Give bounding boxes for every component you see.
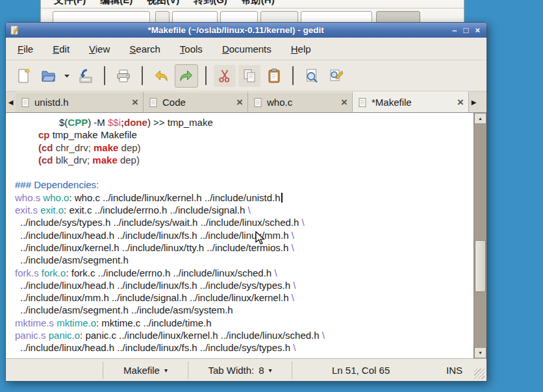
background-menu-item-3[interactable]: 转到(G) (194, 0, 227, 6)
background-menu-item-0[interactable]: 文件(F) (54, 0, 86, 6)
tab-unistd.h[interactable]: unistd.h× (16, 92, 144, 112)
tab-scroll-left-icon[interactable]: ◀ (6, 92, 16, 112)
scroll-down-icon[interactable]: ▼ (474, 347, 486, 358)
code-line: ../include/linux/head.h ../include/linux… (15, 229, 474, 241)
scrollbar-thumb[interactable] (475, 240, 486, 292)
document-icon (148, 97, 158, 108)
insert-mode-indicator: INS (446, 365, 462, 376)
tab-label: who.c (267, 97, 337, 108)
tab-close-icon[interactable]: × (457, 97, 464, 108)
statusbar: Makefile ▾ Tab Width: 8 ▾ Ln 51, Col 65 … (6, 358, 486, 381)
cut-icon (217, 68, 233, 84)
toolbar-separator (205, 66, 207, 85)
tab-strip: unistd.h×Code×who.c×*Makefile× (16, 92, 469, 112)
save-icon (78, 68, 94, 84)
print-button[interactable] (112, 65, 134, 87)
language-selector[interactable]: Makefile ▾ (103, 361, 188, 379)
toolbar (6, 60, 486, 92)
tab-close-icon[interactable]: × (341, 97, 347, 108)
menu-tools[interactable]: Tools (180, 43, 203, 55)
background-menu-item-2[interactable]: 视图(V) (147, 0, 179, 6)
menu-edit[interactable]: Edit (53, 43, 69, 55)
code-line: (cd chr_drv; make dep) (15, 141, 474, 154)
editor-area: $(CPP) -M $$i;done) >> tmp_makecp tmp_ma… (6, 112, 486, 358)
tab-close-icon[interactable]: × (236, 97, 243, 108)
background-menu-item-1[interactable]: 编辑(E) (100, 0, 133, 6)
code-line: cp tmp_make Makefile (15, 129, 474, 141)
undo-button[interactable] (150, 65, 172, 87)
code-line: exit.s exit.o: exit.c ../include/errno.h… (15, 204, 474, 216)
dropdown-icon: ▾ (269, 367, 272, 374)
redo-icon (179, 68, 194, 84)
new-document-button[interactable] (12, 65, 34, 87)
menu-documents[interactable]: Documents (222, 43, 272, 55)
titlebar[interactable]: *Makefile (~/oslab/linux-0.11/kernel) - … (6, 23, 486, 38)
code-line: panic.s panic.o: panic.c ../include/linu… (15, 329, 474, 341)
cut-button[interactable] (214, 65, 236, 87)
tab-makefile[interactable]: *Makefile× (353, 92, 469, 112)
code-line: $(CPP) -M $$i;done) >> tmp_make (15, 116, 474, 129)
tab-scroll-right-icon[interactable]: ▶ (469, 92, 479, 112)
paste-button[interactable] (263, 65, 285, 87)
undo-icon (153, 68, 169, 84)
menubar: FileEditViewSearchToolsDocumentsHelp (6, 38, 486, 60)
minimize-button[interactable]: – (452, 26, 457, 34)
document-icon (20, 97, 31, 108)
tab-width-selector[interactable]: Tab Width: 8 ▾ (188, 361, 292, 379)
code-line: ../include/asm/segment.h ../include/asm/… (15, 304, 474, 316)
menu-file[interactable]: File (18, 43, 33, 55)
code-line: ### Dependencies: (15, 178, 474, 191)
code-line: ../include/linux/head.h ../include/linux… (15, 279, 474, 291)
tab-label: *Makefile (372, 97, 453, 108)
new-document-icon (16, 68, 31, 84)
code-line: ../include/sys/types.h ../include/sys/wa… (15, 216, 474, 228)
maximize-button[interactable]: □ (464, 26, 469, 34)
code-line: ../include/linux/head.h ../include/linux… (15, 341, 474, 354)
open-button[interactable] (37, 65, 59, 87)
replace-button[interactable] (325, 65, 347, 87)
code-line: ../include/asm/segment.h (15, 254, 474, 266)
replace-icon (329, 68, 344, 84)
copy-button[interactable] (238, 65, 260, 87)
toolbar-separator (104, 66, 105, 85)
code-line: (cd blk_drv; make dep) (15, 154, 474, 166)
tab-width-label: Tab Width: (208, 365, 254, 376)
find-icon (304, 68, 320, 84)
open-dropdown-button[interactable] (62, 65, 72, 87)
window-title: *Makefile (~/oslab/linux-0.11/kernel) - … (19, 25, 452, 35)
tab-close-icon[interactable]: × (132, 97, 138, 108)
code-line: fork.s fork.o: fork.c ../include/errno.h… (15, 267, 474, 279)
open-dropdown-icon (63, 72, 71, 80)
code-line: ../include/linux/mm.h ../include/signal.… (15, 291, 474, 304)
background-window-menubar: 文件(F)编辑(E)视图(V)转到(G)帮助(H) (54, 0, 275, 6)
open-icon (40, 68, 56, 84)
desktop: 文件(F)编辑(E)视图(V)转到(G)帮助(H) *Makefile (~/o… (0, 0, 543, 392)
cursor-position: Ln 51, Col 65 (332, 365, 390, 376)
menu-view[interactable]: View (89, 43, 110, 55)
save-button[interactable] (75, 65, 97, 87)
print-icon (116, 68, 131, 84)
find-button[interactable] (301, 65, 323, 87)
text-area[interactable]: $(CPP) -M $$i;done) >> tmp_makecp tmp_ma… (6, 113, 474, 358)
resize-grip[interactable] (474, 369, 485, 379)
background-window-divider (41, 8, 464, 8)
redo-button[interactable] (175, 64, 198, 88)
tab-code[interactable]: Code× (144, 92, 248, 112)
mouse-cursor (255, 231, 266, 245)
menu-help[interactable]: Help (291, 43, 311, 55)
document-icon (253, 97, 263, 108)
toolbar-separator (292, 66, 294, 85)
menu-search[interactable]: Search (129, 43, 160, 55)
code-line: ../include/linux/kernel.h ../include/lin… (15, 241, 474, 254)
code-line: who.s who.o: who.c ../include/linux/kern… (15, 191, 474, 204)
tabbar: ◀ unistd.h×Code×who.c×*Makefile× ▶ (6, 92, 486, 112)
tab-label: unistd.h (34, 97, 128, 108)
close-button[interactable]: × (475, 26, 480, 34)
tab-width-value: 8 (259, 365, 264, 376)
scroll-up-icon[interactable]: ▲ (474, 113, 486, 124)
tab-who.c[interactable]: who.c× (248, 92, 353, 112)
gedit-window: *Makefile (~/oslab/linux-0.11/kernel) - … (5, 22, 487, 382)
vertical-scrollbar[interactable]: ▲ ▼ (474, 113, 486, 358)
gedit-app-icon (10, 25, 19, 35)
background-menu-item-4[interactable]: 帮助(H) (242, 0, 275, 6)
